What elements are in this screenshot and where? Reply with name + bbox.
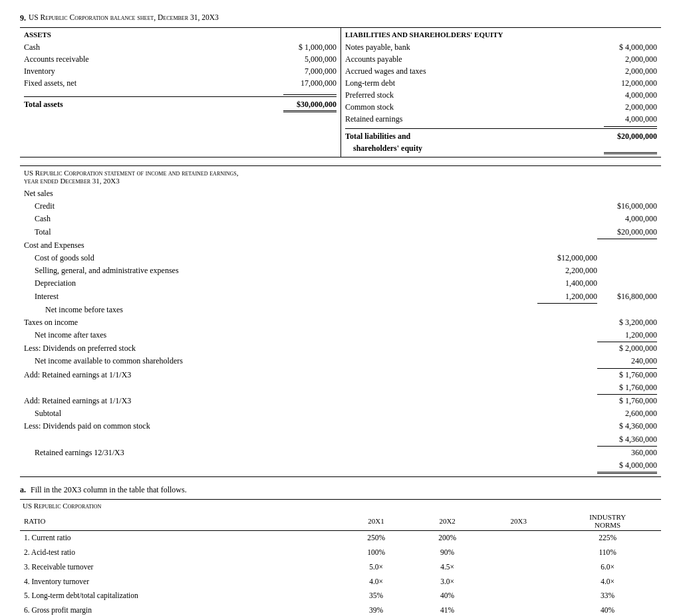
assets-total-row: Total assets $30,000,000 bbox=[24, 96, 337, 112]
ratio-name: 1. Current ratio bbox=[20, 531, 340, 546]
ratio-20x2: 200% bbox=[412, 531, 483, 546]
liability-row-notes: Notes payable, bank $ 4,000,000 bbox=[345, 41, 657, 53]
ratio-20x2: 4.5× bbox=[412, 560, 483, 575]
part-a-section: a. Fill in the 20X3 column in the table … bbox=[20, 485, 661, 616]
inc-taxes-label: Taxes on income $ 3,200,000 bbox=[24, 316, 657, 329]
asset-row-ar: Accounts receivable 5,000,000 bbox=[24, 53, 337, 65]
inc-dep-row: Depreciation 1,400,000 bbox=[24, 277, 657, 290]
re-add-amount: $ 1,760,000 bbox=[597, 395, 657, 407]
question-header: 9. US Republic Corporation balance sheet… bbox=[20, 13, 661, 23]
inc-cogs-row: Cost of goods sold $12,000,000 bbox=[24, 252, 657, 264]
ratio-name: 5. Long-term debt/total capitalization bbox=[20, 589, 340, 603]
ratio-20x3-input[interactable] bbox=[483, 546, 554, 560]
liabilities-total-row: Total liabilities and shareholders' equi… bbox=[345, 128, 657, 154]
ratio-name: 6. Gross profit margin bbox=[20, 603, 340, 616]
ratio-20x2: 3.0× bbox=[412, 575, 483, 589]
asset-row-inventory: Inventory 7,000,000 bbox=[24, 65, 337, 77]
inc-re-add-row: Add: Retained earnings at 1/1/X3 $ 1,760… bbox=[24, 369, 657, 381]
ratio-20x1: 4.0× bbox=[340, 575, 412, 589]
asset-row-fixed: Fixed assets, net 17,000,000 bbox=[24, 77, 337, 89]
question-title: US Republic Corporation balance sheet, D… bbox=[29, 13, 219, 23]
ratio-header-label: RATIO bbox=[20, 512, 340, 531]
part-a-label: a. Fill in the 20X3 column in the table … bbox=[20, 485, 661, 495]
ratio-table-row: 4. Inventory turnover4.0×3.0×4.0× bbox=[20, 575, 661, 589]
inc-div-common-row: Less: Dividends paid on common stock $ 4… bbox=[24, 420, 657, 433]
inc-credit-row: Credit $16,000,000 bbox=[24, 200, 657, 213]
income-statement: US Republic Corporation statement of inc… bbox=[20, 165, 661, 477]
ratio-20x1: 5.0× bbox=[340, 560, 412, 575]
ratio-20x2: 40% bbox=[412, 589, 483, 603]
ratio-20x3-input[interactable] bbox=[483, 560, 554, 575]
ratio-20x2: 41% bbox=[412, 603, 483, 616]
income-title: US Republic Corporation statement of inc… bbox=[24, 169, 657, 185]
liabilities-section: LIABILITIES AND SHAREHOLDERS' EQUITY Not… bbox=[340, 28, 661, 157]
inc-niat-row: Net income after taxes 1,200,000 bbox=[24, 329, 657, 342]
ratio-table: RATIO 20X1 20X2 20X3 INDUSTRYNORMS 1. Cu… bbox=[20, 512, 661, 616]
ratio-table-row: 2. Acid-test ratio100%90%110% bbox=[20, 546, 661, 560]
ratio-name: 4. Inventory turnover bbox=[20, 575, 340, 589]
ratio-table-header: RATIO 20X1 20X2 20X3 INDUSTRYNORMS bbox=[20, 512, 661, 531]
assets-section: ASSETS Cash $ 1,000,000 Accounts receiva… bbox=[20, 28, 340, 157]
ratio-20x1: 35% bbox=[340, 589, 412, 603]
liability-row-ap: Accounts payable 2,000,000 bbox=[345, 53, 657, 65]
inc-re-add-amount-row: $ 1,760,000 bbox=[24, 381, 657, 395]
inc-div-pref-row: Less: Dividends on preferred stock $ 2,0… bbox=[24, 342, 657, 355]
asset-row-cash: Cash $ 1,000,000 bbox=[24, 41, 337, 53]
inc-nibt-row: Net income before taxes bbox=[24, 304, 657, 316]
assets-header: ASSETS bbox=[24, 31, 337, 39]
inc-sga-row: Selling, general, and administrative exp… bbox=[24, 264, 657, 277]
ratio-20x1: 39% bbox=[340, 603, 412, 616]
inc-cash-row: Cash 4,000,000 bbox=[24, 213, 657, 225]
inc-interest-row: Interest 1,200,000 $16,800,000 bbox=[24, 290, 657, 304]
ratio-20x3-input[interactable] bbox=[483, 531, 554, 546]
ratio-industry: 6.0× bbox=[554, 560, 661, 575]
ratio-20x2: 90% bbox=[412, 546, 483, 560]
inc-re-end-row: Retained earnings 12/31/X3 360,000 bbox=[24, 447, 657, 459]
ratio-table-row: 5. Long-term debt/total capitalization35… bbox=[20, 589, 661, 603]
ratio-industry: 4.0× bbox=[554, 575, 661, 589]
ratio-header-industry: INDUSTRYNORMS bbox=[554, 512, 661, 531]
liability-row-preferred: Preferred stock 4,000,000 bbox=[345, 89, 657, 101]
ratio-industry: 110% bbox=[554, 546, 661, 560]
ratio-table-row: 1. Current ratio250%200%225% bbox=[20, 531, 661, 546]
liability-row-ltd: Long-term debt 12,000,000 bbox=[345, 77, 657, 89]
liability-row-common: Common stock 2,000,000 bbox=[345, 101, 657, 113]
ratio-table-container: US Republic Corporation RATIO 20X1 20X2 … bbox=[20, 499, 661, 616]
ratio-20x3-input[interactable] bbox=[483, 603, 554, 616]
liabilities-header: LIABILITIES AND SHAREHOLDERS' EQUITY bbox=[345, 31, 657, 39]
ratio-industry: 40% bbox=[554, 603, 661, 616]
ratio-20x1: 250% bbox=[340, 531, 412, 546]
liability-row-retained: Retained earnings 4,000,000 bbox=[345, 113, 657, 125]
re-add-label: Add: Retained earnings at 1/1/X3 bbox=[24, 395, 537, 407]
ratio-20x1: 100% bbox=[340, 546, 412, 560]
net-sales-label: Net sales bbox=[24, 187, 657, 200]
ratio-name: 2. Acid-test ratio bbox=[20, 546, 340, 560]
liability-row-accrued: Accrued wages and taxes 2,000,000 bbox=[345, 65, 657, 77]
ratio-header-20x3: 20X3 bbox=[483, 512, 554, 531]
ratio-header-20x1: 20X1 bbox=[340, 512, 412, 531]
ratio-corp-title: US Republic Corporation bbox=[20, 500, 661, 512]
balance-sheet: ASSETS Cash $ 1,000,000 Accounts receiva… bbox=[20, 27, 661, 157]
inc-re-final-row: $ 4,000,000 bbox=[24, 459, 657, 474]
inc-subtotal-row: Subtotal 2,600,000 bbox=[24, 407, 657, 420]
ratio-20x3-input[interactable] bbox=[483, 575, 554, 589]
ratio-table-row: 3. Receivable turnover5.0×4.5×6.0× bbox=[20, 560, 661, 575]
ratio-20x3-input[interactable] bbox=[483, 589, 554, 603]
inc-total-row: Total $20,000,000 bbox=[24, 226, 657, 239]
ratio-industry: 225% bbox=[554, 531, 661, 546]
inc-ni-common-row: Net income available to common sharehold… bbox=[24, 355, 657, 368]
ratio-header-20x2: 20X2 bbox=[412, 512, 483, 531]
question-number: 9. bbox=[20, 13, 26, 23]
inc-div-common-amount-row: $ 4,360,000 bbox=[24, 433, 657, 447]
ratio-industry: 33% bbox=[554, 589, 661, 603]
ratio-table-row: 6. Gross profit margin39%41%40% bbox=[20, 603, 661, 616]
ratio-name: 3. Receivable turnover bbox=[20, 560, 340, 575]
cost-expenses-label: Cost and Expenses bbox=[24, 239, 657, 252]
